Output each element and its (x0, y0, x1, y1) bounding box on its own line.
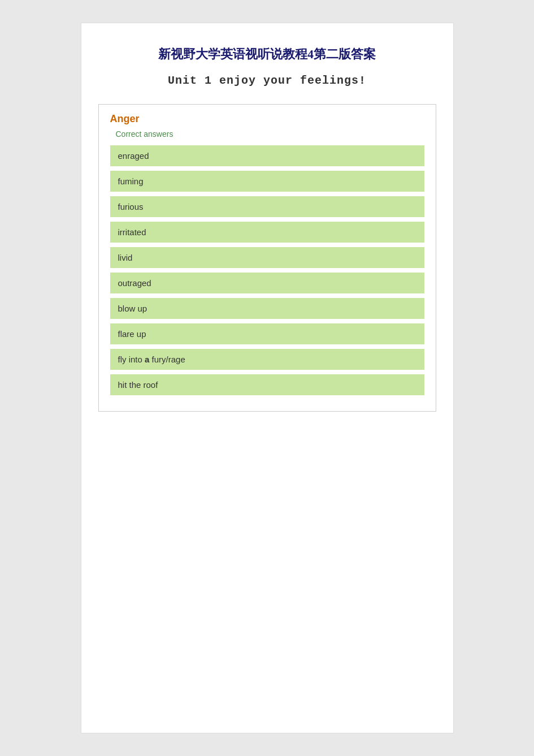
anger-section: Anger Correct answers enragedfumingfurio… (98, 104, 436, 412)
answers-list: enragedfumingfuriousirritatedlividoutrag… (110, 145, 424, 395)
answer-item: fuming (110, 171, 424, 192)
answer-item: hit the roof (110, 374, 424, 395)
answer-item: irritated (110, 222, 424, 243)
answer-item: flare up (110, 323, 424, 344)
sub-title: Unit 1 enjoy your feelings! (98, 74, 436, 87)
page-container: 新视野大学英语视听说教程4第二版答案 Unit 1 enjoy your fee… (81, 23, 454, 733)
answer-item: fly into a fury/rage (110, 349, 424, 370)
answer-item: enraged (110, 145, 424, 166)
main-title: 新视野大学英语视听说教程4第二版答案 (98, 46, 436, 63)
answer-item: livid (110, 247, 424, 268)
answer-item: outraged (110, 273, 424, 293)
answer-item: blow up (110, 298, 424, 319)
answer-item: furious (110, 196, 424, 217)
correct-answers-label: Correct answers (110, 129, 424, 139)
section-title: Anger (110, 113, 424, 125)
